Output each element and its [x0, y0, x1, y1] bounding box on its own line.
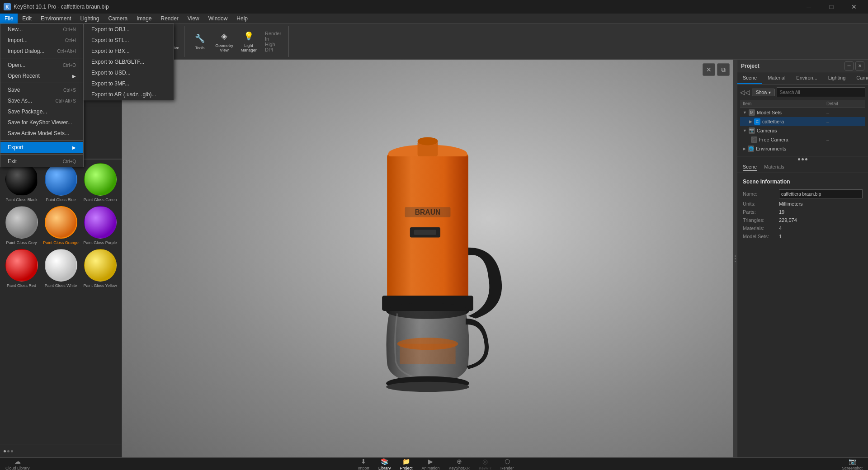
collapse-all-button[interactable]: ◁◁: [740, 89, 750, 96]
material-label-green: Paint Gloss Green: [84, 197, 117, 202]
scene-row-environments[interactable]: ▶ 🌐 Environments: [740, 144, 865, 153]
scene-search-input[interactable]: [777, 87, 865, 97]
menu-camera[interactable]: Camera: [104, 14, 132, 24]
material-label-black: Paint Gloss Black: [5, 197, 38, 202]
menu-image[interactable]: Image: [132, 14, 156, 24]
menu-save[interactable]: Save Ctrl+S: [0, 85, 83, 95]
material-paint-gloss-green[interactable]: Paint Gloss Green: [82, 163, 118, 202]
project-icon: 📁: [402, 458, 410, 465]
render-high-dpi-button[interactable]: RenderInHigh DPI: [261, 26, 285, 57]
light-manager-button[interactable]: 💡 Light Manager: [237, 26, 260, 57]
scene-row-cameras[interactable]: ▼ 📷 Cameras: [740, 126, 865, 135]
menu-lighting[interactable]: Lighting: [75, 14, 104, 24]
import-button[interactable]: ⬇ Import: [358, 458, 369, 470]
material-paint-gloss-orange[interactable]: Paint Gloss Orange: [43, 206, 79, 245]
material-sphere-yellow: [84, 249, 117, 282]
tab-scene[interactable]: Scene: [737, 72, 762, 84]
menu-open[interactable]: Open... Ctrl+O: [0, 60, 83, 70]
export-usd[interactable]: Export to USD...: [84, 67, 174, 78]
material-paint-gloss-grey[interactable]: Paint Gloss Grey: [4, 206, 39, 245]
scene-row-caffettiera[interactable]: ▶ C caffettiera –: [740, 117, 865, 126]
export-glb-gltf[interactable]: Export to GLB/GLTF...: [84, 56, 174, 67]
keyshot-xr-button[interactable]: ⊕ KeyShotXR: [449, 458, 470, 470]
panel-close-button[interactable]: ✕: [855, 61, 864, 70]
material-sphere-red: [5, 249, 38, 282]
export-stl[interactable]: Export to STL...: [84, 35, 174, 46]
geometry-view-button[interactable]: ◈ Geometry View: [212, 26, 236, 57]
menu-window[interactable]: Window: [204, 14, 232, 24]
cloud-icon: ☁: [14, 458, 21, 465]
menu-help[interactable]: Help: [232, 14, 252, 24]
close-button[interactable]: ✕: [844, 0, 864, 14]
screenshot-button[interactable]: 📷 Screenshot: [842, 458, 863, 470]
info-row-units: Units: Millimeters: [743, 201, 863, 207]
maximize-button[interactable]: □: [821, 0, 842, 14]
scene-tree: ▼ M Model Sets – ▶ C caffettiera – ▼ 📷 C…: [740, 108, 865, 153]
tab-material[interactable]: Material: [762, 72, 791, 84]
menu-view[interactable]: View: [183, 14, 204, 24]
library-button[interactable]: 📚 Library: [378, 458, 391, 470]
menu-open-recent[interactable]: Open Recent ▶: [0, 70, 83, 81]
material-paint-gloss-white[interactable]: Paint Gloss White: [43, 249, 79, 288]
material-paint-gloss-purple[interactable]: Paint Gloss Purple: [82, 206, 118, 245]
tools-button[interactable]: 🔧 Tools: [188, 26, 212, 57]
render-status-button[interactable]: ⬡ Render: [500, 458, 514, 470]
free-camera-detail: –: [826, 137, 863, 142]
keyvr-button[interactable]: ◎ KeyVR: [479, 458, 491, 470]
menu-render[interactable]: Render: [156, 14, 183, 24]
menu-save-active-model-sets[interactable]: Save Active Model Sets...: [0, 128, 83, 139]
scene-bottom-tabs: Scene Materials: [737, 162, 868, 173]
right-panel-header: Project ─ ✕: [737, 60, 868, 72]
viewport-close-button[interactable]: ✕: [703, 63, 715, 76]
scene-row-free-camera[interactable]: 🎥 Free Camera –: [740, 135, 865, 144]
menu-save-for-viewer[interactable]: Save for KeyShot Viewer...: [0, 117, 83, 128]
export-3mf[interactable]: Export to 3MF...: [84, 78, 174, 89]
minimize-button[interactable]: ─: [798, 0, 819, 14]
scene-bottom-tab-scene[interactable]: Scene: [743, 164, 757, 171]
svg-rect-10: [414, 230, 436, 235]
project-title: Project: [741, 63, 760, 69]
menu-save-package[interactable]: Save Package...: [0, 106, 83, 117]
material-label-yellow: Paint Gloss Yellow: [83, 283, 117, 288]
tab-camera[interactable]: Camera: [851, 72, 868, 84]
scene-bottom-tab-materials[interactable]: Materials: [764, 164, 784, 171]
panel-minimize-button[interactable]: ─: [844, 61, 854, 70]
menu-import[interactable]: Import... Ctrl+I: [0, 35, 83, 46]
material-paint-gloss-blue[interactable]: Paint Gloss Blue: [43, 163, 79, 202]
export-fbx[interactable]: Export to FBX...: [84, 46, 174, 56]
caffettiera-label: caffettiera: [762, 119, 826, 124]
screenshot-label: Screenshot: [842, 466, 863, 470]
material-paint-gloss-black[interactable]: Paint Gloss Black: [4, 163, 39, 202]
cloud-library-button[interactable]: ☁ Cloud Library: [5, 458, 30, 470]
name-input[interactable]: [779, 189, 863, 198]
show-dropdown[interactable]: Show ▾: [752, 89, 775, 96]
animation-icon: ▶: [428, 458, 433, 465]
menu-environment[interactable]: Environment: [36, 14, 75, 24]
right-panel-handle[interactable]: [733, 60, 737, 457]
viewport[interactable]: BRAUN: [122, 60, 733, 457]
scene-row-model-sets[interactable]: ▼ M Model Sets –: [740, 108, 865, 117]
menu-save-as[interactable]: Save As... Ctrl+Alt+S: [0, 95, 83, 106]
menu-exit[interactable]: Exit Ctrl+Q: [0, 156, 83, 167]
viewport-float-button[interactable]: ⧉: [717, 63, 730, 76]
material-label-blue: Paint Gloss Blue: [46, 197, 76, 202]
export-obj[interactable]: Export to OBJ...: [84, 24, 174, 35]
menu-new[interactable]: New... Ctrl+N: [0, 24, 83, 35]
animation-button[interactable]: ▶ Animation: [421, 458, 439, 470]
tab-lighting[interactable]: Lighting: [823, 72, 851, 84]
material-paint-gloss-red[interactable]: Paint Gloss Red: [4, 249, 39, 288]
menu-import-dialog[interactable]: Import Dialog... Ctrl+Alt+I: [0, 46, 83, 56]
titlebar-controls: ─ □ ✕: [798, 0, 864, 14]
menu-export[interactable]: Export ▶: [0, 142, 83, 153]
project-button[interactable]: 📁 Project: [400, 458, 412, 470]
menu-file[interactable]: File: [0, 14, 18, 24]
menu-edit[interactable]: Edit: [18, 14, 36, 24]
export-ar[interactable]: Export to AR (.usdz, .glb)...: [84, 89, 174, 100]
environments-label: Environments: [756, 146, 826, 151]
parts-value: 19: [779, 209, 863, 215]
tab-environment[interactable]: Environ...: [791, 72, 822, 84]
units-label: Units:: [743, 201, 779, 207]
triangles-label: Triangles:: [743, 217, 779, 223]
scene-toolbar: ◁◁ Show ▾: [740, 87, 865, 97]
material-paint-gloss-yellow[interactable]: Paint Gloss Yellow: [82, 249, 118, 288]
